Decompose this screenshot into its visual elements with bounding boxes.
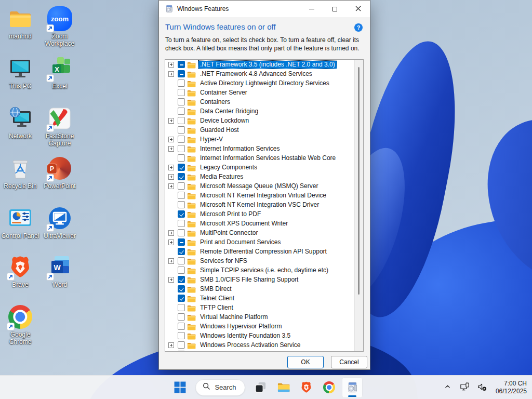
help-button[interactable]: ? [354, 23, 363, 32]
feature-row[interactable]: Legacy Components [165, 163, 354, 172]
desktop-icon-powerpoint[interactable]: P PowerPoint [41, 156, 79, 190]
taskbar-button-windows-features[interactable] [342, 377, 363, 398]
tray-chevron-button[interactable] [441, 380, 455, 395]
feature-checkbox[interactable] [178, 295, 185, 302]
feature-checkbox[interactable] [178, 154, 185, 162]
desktop-icon-this-pc[interactable]: This PC [1, 56, 39, 90]
feature-checkbox[interactable] [178, 136, 185, 143]
taskbar-button-file-explorer[interactable] [273, 377, 294, 398]
feature-row[interactable]: Microsoft NT Kernel Integration VSC Driv… [165, 200, 354, 209]
desktop-icon-brave[interactable]: Brave [1, 255, 39, 288]
feature-row[interactable]: Data Center Bridging [165, 107, 354, 116]
feature-checkbox[interactable] [178, 238, 185, 246]
feature-checkbox[interactable] [178, 89, 185, 96]
feature-row[interactable]: Microsoft XPS Document Writer [165, 219, 354, 228]
scrollbar-track[interactable] [354, 60, 363, 351]
feature-row[interactable]: Windows Identity Foundation 3.5 [165, 331, 354, 340]
minimize-button[interactable] [300, 1, 323, 17]
expand-toggle-icon[interactable] [168, 277, 174, 283]
feature-checkbox[interactable] [178, 332, 185, 339]
scrollbar-thumb[interactable] [358, 67, 360, 295]
feature-checkbox[interactable] [178, 257, 185, 264]
feature-row[interactable]: Print and Document Services [165, 237, 354, 247]
feature-checkbox[interactable] [178, 173, 185, 180]
feature-checkbox[interactable] [178, 79, 185, 87]
feature-row[interactable]: .NET Framework 3.5 (includes .NET 2.0 an… [165, 60, 354, 69]
feature-row[interactable]: Microsoft Print to PDF [165, 209, 354, 219]
feature-checkbox[interactable] [178, 285, 185, 292]
feature-checkbox[interactable] [178, 323, 185, 330]
desktop-icon-ultraviewer[interactable]: UltraViewer [41, 206, 79, 240]
expand-toggle-icon[interactable] [168, 165, 174, 170]
expand-toggle-icon[interactable] [168, 240, 174, 245]
feature-row[interactable]: .NET Framework 4.8 Advanced Services [165, 69, 354, 78]
feature-row[interactable]: Virtual Machine Platform [165, 312, 354, 322]
expand-toggle-icon[interactable] [168, 62, 174, 68]
feature-checkbox[interactable] [178, 304, 185, 311]
feature-row[interactable]: Services for NFS [165, 256, 354, 265]
feature-row[interactable]: TFTP Client [165, 303, 354, 312]
desktop-icon-word[interactable]: W Word [41, 255, 79, 288]
feature-row[interactable]: Guarded Host [165, 125, 354, 135]
feature-checkbox[interactable] [178, 145, 185, 152]
desktop-icon-excel[interactable]: X Excel [41, 56, 79, 90]
feature-row[interactable]: Container Server [165, 88, 354, 97]
feature-checkbox[interactable] [178, 126, 185, 134]
feature-row[interactable]: Microsoft NT Kernel Integration Virtual … [165, 191, 354, 200]
feature-row[interactable]: Device Lockdown [165, 116, 354, 125]
ok-button[interactable]: OK [287, 356, 324, 368]
taskbar-button-brave[interactable] [296, 377, 317, 398]
feature-row[interactable]: Microsoft Message Queue (MSMQ) Server [165, 181, 354, 191]
feature-checkbox[interactable] [178, 70, 185, 77]
feature-row[interactable]: Active Directory Lightweight Directory S… [165, 78, 354, 88]
expand-toggle-icon[interactable] [168, 174, 174, 180]
feature-row[interactable]: Containers [165, 97, 354, 107]
feature-checkbox[interactable] [178, 341, 185, 349]
cancel-button[interactable]: Cancel [331, 356, 367, 368]
feature-checkbox[interactable] [178, 201, 185, 208]
tray-network-button[interactable] [458, 380, 472, 395]
desktop-icon-network[interactable]: Network [1, 106, 39, 140]
feature-checkbox[interactable] [178, 248, 185, 255]
desktop-icon-faststone-capture[interactable]: FastStone Capture [41, 106, 79, 147]
tray-volume-button[interactable] [475, 380, 489, 395]
feature-row[interactable]: SMB 1.0/CIFS File Sharing Support [165, 275, 354, 284]
feature-row[interactable]: Media Features [165, 172, 354, 181]
dialog-titlebar[interactable]: Windows Features [159, 1, 370, 17]
feature-checkbox[interactable] [178, 267, 185, 274]
taskbar-button-start[interactable] [169, 377, 190, 398]
expand-toggle-icon[interactable] [168, 258, 174, 264]
feature-checkbox[interactable] [178, 117, 185, 124]
expand-toggle-icon[interactable] [168, 230, 174, 236]
taskbar-clock[interactable]: 7:00 CH 06/12/2025 [496, 380, 527, 395]
feature-row[interactable]: Telnet Client [165, 294, 354, 303]
maximize-button[interactable] [323, 1, 347, 17]
feature-row[interactable]: MultiPoint Connector [165, 228, 354, 237]
desktop-icon-manhnd[interactable]: manhnd [1, 6, 39, 40]
expand-toggle-icon[interactable] [168, 137, 174, 142]
feature-checkbox[interactable] [178, 164, 185, 171]
desktop-icon-zoom-workplace[interactable]: zoom Zoom Workplace [41, 6, 79, 47]
taskbar-button-chrome[interactable] [319, 377, 340, 398]
feature-row[interactable]: Internet Information Services [165, 144, 354, 153]
expand-toggle-icon[interactable] [168, 146, 174, 152]
feature-row[interactable]: Windows Hypervisor Platform [165, 322, 354, 331]
feature-row[interactable]: Remote Differential Compression API Supp… [165, 247, 354, 256]
feature-row[interactable] [165, 350, 354, 352]
feature-checkbox[interactable] [178, 98, 185, 105]
desktop-icon-google-chrome[interactable]: Google Chrome [1, 304, 39, 345]
feature-checkbox[interactable] [178, 210, 185, 218]
expand-toggle-icon[interactable] [168, 183, 174, 189]
expand-toggle-icon[interactable] [168, 342, 174, 348]
feature-checkbox[interactable] [178, 182, 185, 190]
feature-checkbox[interactable] [178, 313, 185, 321]
feature-row[interactable]: Hyper-V [165, 135, 354, 144]
feature-row[interactable]: Internet Information Services Hostable W… [165, 153, 354, 163]
feature-checkbox[interactable] [178, 192, 185, 199]
taskbar-search[interactable]: Search [195, 379, 245, 396]
close-button[interactable] [347, 1, 370, 17]
expand-toggle-icon[interactable] [168, 118, 174, 124]
expand-toggle-icon[interactable] [168, 71, 174, 77]
desktop-icon-recycle-bin[interactable]: Recycle Bin [1, 156, 39, 190]
feature-checkbox[interactable] [178, 229, 185, 236]
